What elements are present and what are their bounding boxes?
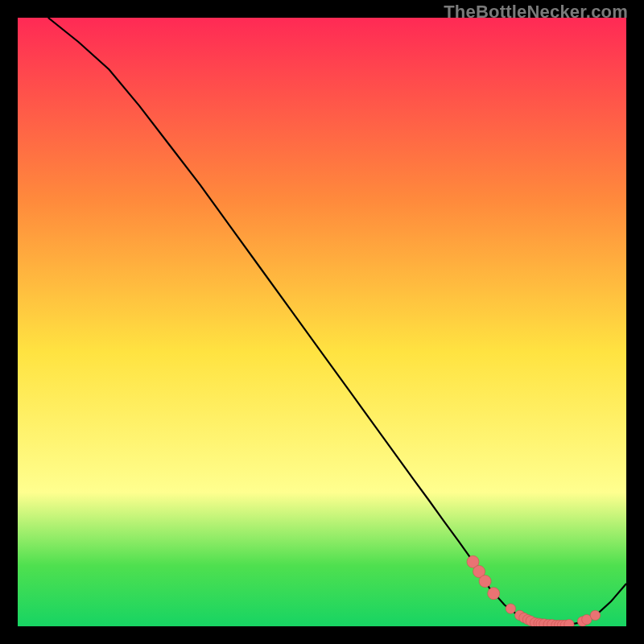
gradient-background <box>18 18 626 626</box>
marker-point <box>506 604 515 613</box>
bottleneck-chart <box>18 18 626 626</box>
marker-point <box>590 610 600 620</box>
watermark-label: TheBottleNecker.com <box>444 2 628 23</box>
marker-point <box>479 576 491 588</box>
marker-point <box>488 588 500 600</box>
chart-stage: TheBottleNecker.com <box>0 0 644 644</box>
